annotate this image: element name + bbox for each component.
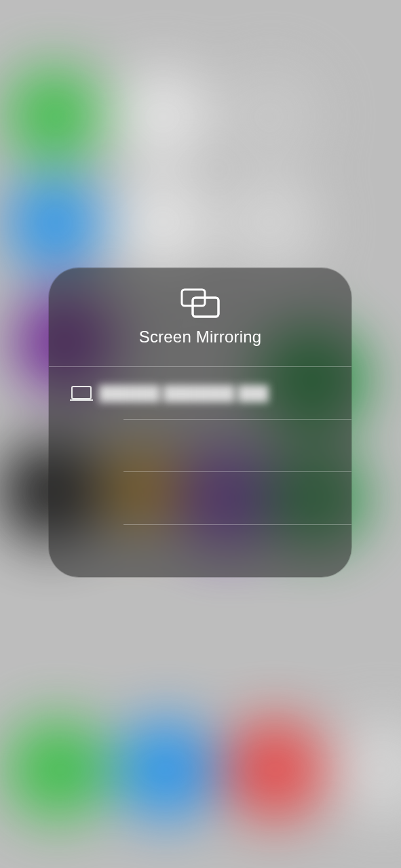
device-row-empty[interactable] <box>49 472 351 525</box>
device-row[interactable]: ██████ ███████ ███ <box>49 367 351 420</box>
panel-header: Screen Mirroring <box>49 268 351 367</box>
device-row-empty[interactable] <box>49 525 351 578</box>
device-row-empty[interactable] <box>49 420 351 473</box>
device-label: ██████ ███████ ███ <box>99 385 269 401</box>
svg-rect-3 <box>72 387 91 399</box>
device-list: ██████ ███████ ███ <box>49 367 351 577</box>
screen-mirroring-panel: Screen Mirroring ██████ ███████ ███ <box>49 268 351 577</box>
svg-rect-1 <box>193 298 218 317</box>
panel-title: Screen Mirroring <box>139 328 262 347</box>
laptop-icon <box>69 385 99 401</box>
screen-mirroring-icon <box>180 288 220 318</box>
